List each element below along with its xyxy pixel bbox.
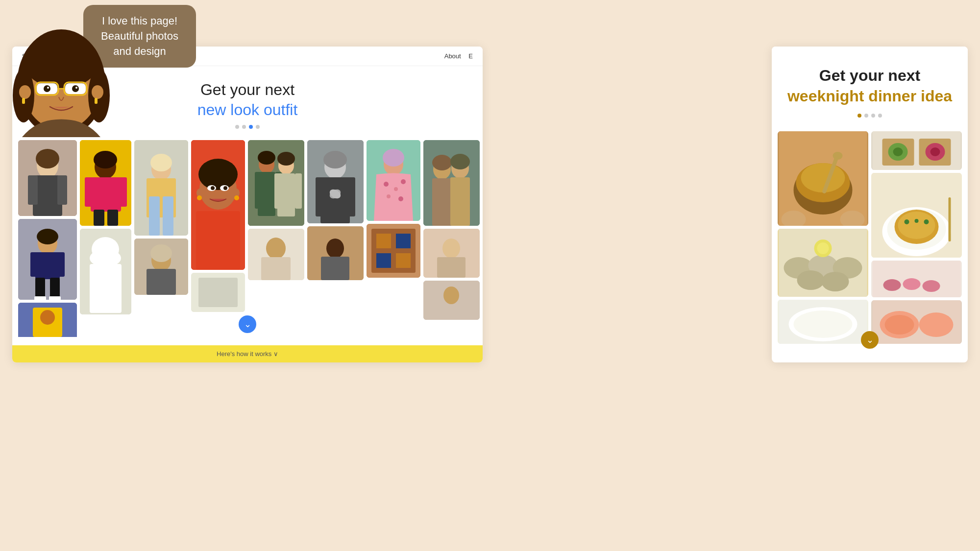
svg-point-107 <box>398 196 403 201</box>
fashion-photo-6-2 <box>307 226 364 280</box>
fashion-photo-8-2 <box>423 229 480 278</box>
food-dot-1[interactable] <box>858 114 861 118</box>
svg-rect-85 <box>295 173 302 209</box>
svg-rect-42 <box>85 177 95 207</box>
fashion-dot-3[interactable] <box>249 125 253 129</box>
food-photo-1-1 <box>778 131 868 226</box>
fashion-col-7 <box>367 140 420 333</box>
fashion-photo-4-1 <box>191 140 245 270</box>
fashion-photo-3-2 <box>134 239 188 295</box>
svg-point-156 <box>898 212 935 239</box>
food-title-line1: Get your next <box>786 66 953 85</box>
svg-rect-55 <box>149 196 160 236</box>
svg-point-151 <box>931 147 940 156</box>
svg-rect-74 <box>198 278 238 307</box>
food-photo-grid <box>772 127 968 348</box>
fashion-photo-2-2 <box>80 229 131 314</box>
svg-point-27 <box>37 229 58 244</box>
fashion-photo-7-1 <box>367 140 420 221</box>
how-it-works-bar[interactable]: Here's how it works ∨ <box>12 345 483 362</box>
svg-point-63 <box>198 159 238 190</box>
fashion-dot-2[interactable] <box>242 125 246 129</box>
svg-rect-112 <box>376 253 391 268</box>
svg-rect-84 <box>274 173 281 209</box>
svg-point-157 <box>905 219 909 224</box>
svg-point-53 <box>150 154 172 171</box>
svg-rect-72 <box>196 211 240 270</box>
svg-point-102 <box>383 149 404 167</box>
food-col-2 <box>871 131 962 344</box>
svg-rect-160 <box>949 197 951 241</box>
svg-rect-110 <box>376 234 391 248</box>
food-title-line2: weeknight dinner idea <box>786 87 953 105</box>
svg-rect-23 <box>28 175 38 205</box>
fashion-dot-1[interactable] <box>235 125 239 129</box>
svg-rect-113 <box>396 253 411 268</box>
svg-point-119 <box>450 154 470 169</box>
svg-point-82 <box>277 152 295 166</box>
fashion-col-8 <box>423 140 480 333</box>
food-scroll-btn[interactable]: ⌄ <box>861 331 879 349</box>
fashion-photo-1-1 <box>18 140 77 216</box>
svg-point-67 <box>234 195 239 200</box>
svg-point-144 <box>794 311 853 338</box>
svg-point-168 <box>919 312 954 337</box>
svg-point-164 <box>923 280 940 292</box>
svg-point-163 <box>903 278 921 290</box>
fashion-photo-8-3 <box>423 281 480 320</box>
fashion-dot-4[interactable] <box>256 125 260 129</box>
svg-point-37 <box>40 310 55 325</box>
food-photo-2-3 <box>871 261 962 297</box>
food-col-1 <box>778 131 868 344</box>
svg-point-21 <box>36 149 59 168</box>
svg-rect-43 <box>117 177 127 207</box>
svg-point-122 <box>442 239 460 258</box>
fashion-photo-5-2 <box>248 229 304 280</box>
svg-rect-30 <box>56 252 65 277</box>
food-photo-2-2 <box>871 173 962 258</box>
food-dot-4[interactable] <box>878 114 882 118</box>
svg-rect-161 <box>873 261 961 297</box>
svg-point-105 <box>401 179 406 184</box>
svg-rect-94 <box>346 177 355 216</box>
svg-point-87 <box>266 238 286 259</box>
svg-point-66 <box>197 195 202 200</box>
svg-rect-123 <box>437 257 466 278</box>
svg-point-162 <box>883 279 901 291</box>
svg-point-40 <box>94 151 117 168</box>
svg-rect-92 <box>320 177 350 223</box>
fashion-photo-2-1 <box>80 140 131 226</box>
svg-rect-44 <box>94 210 104 226</box>
food-photo-2-4 <box>871 300 962 344</box>
food-photo-1-3 <box>778 300 868 343</box>
svg-point-15 <box>44 85 50 92</box>
svg-rect-50 <box>90 264 122 313</box>
svg-point-77 <box>258 151 275 165</box>
food-dot-3[interactable] <box>871 114 875 118</box>
fashion-photo-1-2 <box>18 219 77 300</box>
avatar-image <box>10 20 113 137</box>
fashion-photo-8-1 <box>423 140 480 226</box>
svg-point-138 <box>797 270 825 290</box>
svg-rect-33 <box>34 296 46 300</box>
svg-point-98 <box>326 239 344 258</box>
food-dot-2[interactable] <box>864 114 868 118</box>
svg-point-7 <box>92 85 103 99</box>
svg-point-103 <box>384 182 389 187</box>
svg-rect-111 <box>396 234 411 248</box>
fashion-col-6 <box>307 140 364 333</box>
svg-point-3 <box>23 34 99 88</box>
nav-extra[interactable]: E <box>468 52 473 60</box>
svg-point-116 <box>432 155 452 170</box>
fashion-scroll-btn[interactable]: ⌄ <box>239 315 256 333</box>
svg-point-167 <box>885 315 914 335</box>
svg-point-6 <box>19 85 31 99</box>
nav-about[interactable]: About <box>444 52 461 60</box>
svg-point-129 <box>801 163 845 192</box>
svg-rect-120 <box>450 177 470 226</box>
svg-rect-34 <box>49 296 61 300</box>
svg-rect-117 <box>432 178 452 226</box>
fashion-photo-3-1 <box>134 140 188 236</box>
fashion-photo-6-1 <box>307 140 364 223</box>
nav-right: About E <box>444 52 473 60</box>
